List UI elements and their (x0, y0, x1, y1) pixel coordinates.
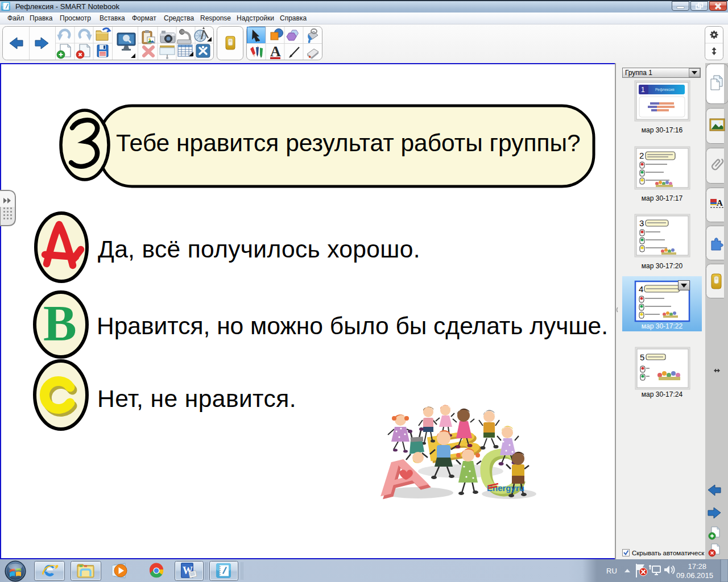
svg-text:Нравится, но можно было бы сде: Нравится, но можно было бы сделать лучше… (97, 313, 608, 339)
svg-text:1: 1 (641, 86, 645, 94)
svg-text:Рефлексия: Рефлексия (655, 88, 675, 92)
svg-text:Тебе нравится результат работы: Тебе нравится результат работы группы? (116, 130, 581, 156)
svg-text:мар 30-17:22: мар 30-17:22 (642, 322, 683, 330)
svg-text:Нет, не нравится.: Нет, не нравится. (97, 385, 296, 412)
svg-text:4: 4 (639, 284, 643, 294)
svg-text:17:28: 17:28 (688, 562, 706, 571)
svg-text:3: 3 (639, 218, 644, 228)
svg-text:5: 5 (640, 352, 644, 362)
svg-text:Группа 1: Группа 1 (625, 69, 652, 77)
svg-text:Да, всё получилось хорошо.: Да, всё получилось хорошо. (98, 236, 420, 263)
svg-text:мар 30-17:16: мар 30-17:16 (642, 126, 683, 134)
svg-text:2: 2 (639, 151, 644, 160)
svg-text:B: B (43, 296, 77, 351)
svg-text:09.06.2015: 09.06.2015 (676, 571, 713, 580)
svg-text:мар 30-17:24: мар 30-17:24 (642, 390, 683, 398)
svg-text:мар 30-17:17: мар 30-17:17 (642, 194, 683, 202)
svg-text:A: A (717, 198, 723, 207)
svg-text:мар 30-17:20: мар 30-17:20 (642, 262, 683, 270)
svg-text:RU: RU (606, 567, 617, 575)
svg-text:Скрывать автоматическ: Скрывать автоматическ (632, 550, 705, 556)
